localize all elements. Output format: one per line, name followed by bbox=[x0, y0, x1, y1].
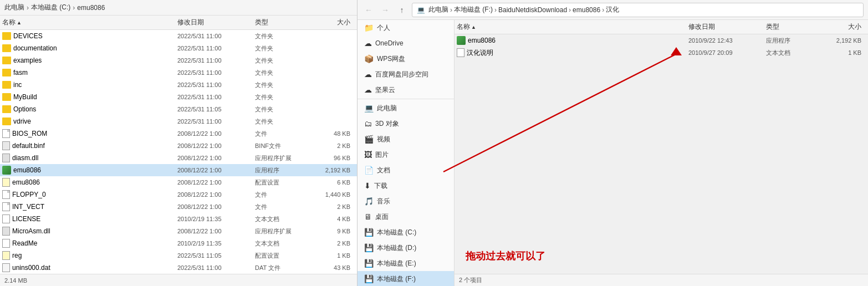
left-file-row[interactable]: fasm 2022/5/31 11:00 文件夹 bbox=[0, 67, 357, 79]
sidebar-item-desktop[interactable]: 🖥 桌面 bbox=[358, 209, 454, 224]
file-name-label: MyBuild bbox=[13, 93, 37, 101]
sidebar-item-video[interactable]: 🎬 视频 bbox=[358, 131, 454, 147]
file-size-cell: 6 KB bbox=[310, 179, 355, 186]
left-breadcrumb-part2[interactable]: 本地磁盘 (C:) bbox=[31, 3, 70, 12]
left-file-row[interactable]: examples 2022/5/31 11:00 文件夹 bbox=[0, 54, 357, 67]
txt-icon bbox=[457, 48, 464, 57]
desktop-icon: 🖥 bbox=[364, 212, 372, 221]
right-col-date-header[interactable]: 修改日期 bbox=[688, 22, 766, 32]
sidebar-item-3d[interactable]: 🗂 3D 对象 bbox=[358, 116, 454, 131]
left-col-name-header[interactable]: 名称 ▲ bbox=[2, 18, 177, 27]
left-file-row[interactable]: emu8086 2008/12/22 1:00 配置设置 6 KB bbox=[0, 176, 357, 188]
folder-icon bbox=[2, 44, 11, 52]
left-file-row[interactable]: unins000.dat 2022/5/31 11:00 DAT 文件 43 K… bbox=[0, 262, 357, 274]
sidebar-item-music[interactable]: 🎵 音乐 bbox=[358, 193, 454, 209]
sidebar-item-onedrive[interactable]: ☁ OneDrive bbox=[358, 35, 454, 51]
disk-active-icon: 💾 bbox=[364, 274, 374, 283]
left-file-row[interactable]: INT_VECT 2008/12/22 1:00 文件 2 KB bbox=[0, 201, 357, 213]
file-type-cell: 文件夹 bbox=[255, 105, 310, 114]
left-file-row[interactable]: diasm.dll 2008/12/22 1:00 应用程序扩展 96 KB bbox=[0, 152, 357, 164]
dll-icon bbox=[2, 227, 10, 236]
left-file-row[interactable]: emu8086 2008/12/22 1:00 应用程序 2,192 KB bbox=[0, 164, 357, 176]
left-table-header: 名称 ▲ 修改日期 类型 大小 bbox=[0, 16, 357, 30]
file-name-cell: BIOS_ROM bbox=[2, 129, 177, 138]
sidebar-item-jiguo[interactable]: ☁ 坚果云 bbox=[358, 82, 454, 98]
right-breadcrumb[interactable]: 💻 此电脑 › 本地磁盘 (F:) › BaiduNetdiskDownload… bbox=[412, 3, 864, 17]
file-icon bbox=[2, 190, 10, 199]
folder-icon bbox=[2, 93, 11, 101]
sidebar-item-pic[interactable]: 🖼 图片 bbox=[358, 147, 454, 162]
left-file-row[interactable]: inc 2022/5/31 11:00 文件夹 bbox=[0, 79, 357, 91]
sidebar-item-thispc[interactable]: 💻 此电脑 bbox=[358, 100, 454, 116]
right-toolbar: ← → ↑ 💻 此电脑 › 本地磁盘 (F:) › BaiduNetdiskDo… bbox=[358, 0, 868, 20]
right-file-row[interactable]: emu8086 2010/9/22 12:43 应用程序 2,192 KB bbox=[455, 34, 868, 47]
left-file-row[interactable]: ReadMe 2010/2/19 11:35 文本文档 2 KB bbox=[0, 237, 357, 249]
right-col-name-header[interactable]: 名称 ▲ bbox=[457, 22, 688, 32]
sidebar-item-disk[interactable]: 💾 本地磁盘 (E:) bbox=[358, 256, 454, 271]
file-date-cell: 2022/5/31 11:00 bbox=[177, 69, 255, 76]
file-date-cell: 2008/12/22 1:00 bbox=[177, 191, 255, 198]
file-name-cell: MicroAsm.dll bbox=[2, 227, 177, 236]
sidebar-item-wps[interactable]: 📦 WPS网盘 bbox=[358, 51, 454, 67]
file-date-cell: 2010/2/19 11:35 bbox=[177, 240, 255, 247]
file-name-cell: fasm bbox=[2, 69, 177, 76]
left-file-row[interactable]: LICENSE 2010/2/19 11:35 文本文档 4 KB bbox=[0, 213, 357, 225]
left-file-row[interactable]: vdrive 2022/5/31 11:00 文件夹 bbox=[0, 115, 357, 127]
folder-icon bbox=[2, 57, 11, 64]
left-file-row[interactable]: Options 2022/5/31 11:05 文件夹 bbox=[0, 103, 357, 115]
right-bc-part2[interactable]: 本地磁盘 (F:) bbox=[454, 5, 493, 14]
sidebar-item-disk[interactable]: 💾 本地磁盘 (C:) bbox=[358, 224, 454, 240]
file-name-label: emu8086 bbox=[13, 166, 41, 174]
left-file-row[interactable]: documentation 2022/5/31 11:00 文件夹 bbox=[0, 42, 357, 54]
left-file-row[interactable]: default.binf 2008/12/22 1:00 BINF文件 2 KB bbox=[0, 140, 357, 152]
right-col-type-header[interactable]: 类型 bbox=[766, 22, 821, 32]
music-icon: 🎵 bbox=[364, 197, 374, 206]
sidebar-item-label: 下载 bbox=[374, 181, 447, 191]
sidebar-item-disk[interactable]: 💾 本地磁盘 (D:) bbox=[358, 240, 454, 256]
sidebar-item-label: 3D 对象 bbox=[375, 119, 447, 129]
cfg-icon bbox=[2, 251, 10, 260]
left-file-row[interactable]: BIOS_ROM 2008/12/22 1:00 文件 48 KB bbox=[0, 127, 357, 140]
right-bc-part4[interactable]: emu8086 bbox=[573, 6, 600, 14]
left-file-row[interactable]: reg 2022/5/31 11:05 配置设置 1 KB bbox=[0, 249, 357, 262]
file-date-cell: 2022/5/31 11:00 bbox=[177, 81, 255, 88]
file-name-cell: vdrive bbox=[2, 118, 177, 125]
file-name-cell: LICENSE bbox=[2, 214, 177, 223]
right-table-header: 名称 ▲ 修改日期 类型 大小 bbox=[455, 20, 868, 34]
sidebar-item-label: 视频 bbox=[377, 135, 447, 144]
file-type-cell: 应用程序扩展 bbox=[255, 154, 310, 162]
forward-button[interactable]: → bbox=[379, 3, 392, 17]
sidebar-item-doc[interactable]: 📄 文档 bbox=[358, 162, 454, 178]
sidebar-item-baidu[interactable]: ☁ 百度网盘同步空间 bbox=[358, 67, 454, 82]
file-size-cell: 2 KB bbox=[310, 240, 355, 247]
left-file-row[interactable]: DEVICES 2022/5/31 11:00 文件夹 bbox=[0, 30, 357, 42]
back-button[interactable]: ← bbox=[362, 3, 375, 17]
onedrive-icon: ☁ bbox=[364, 39, 372, 48]
file-type-cell: 文件 bbox=[255, 203, 310, 211]
left-col-type-header[interactable]: 类型 bbox=[255, 18, 310, 27]
file-name-cell: diasm.dll bbox=[2, 154, 177, 162]
disk-icon: 💾 bbox=[364, 259, 374, 268]
left-breadcrumb-part3[interactable]: emu8086 bbox=[77, 4, 105, 12]
sidebar-item-download[interactable]: ⬇ 下载 bbox=[358, 178, 454, 193]
left-breadcrumb-part1[interactable]: 此电脑 bbox=[4, 3, 24, 12]
right-col-size-header[interactable]: 大小 bbox=[821, 22, 866, 32]
right-bc-part1[interactable]: 此电脑 bbox=[428, 5, 448, 14]
left-col-date-header[interactable]: 修改日期 bbox=[177, 18, 255, 27]
sidebar-item-disk-active[interactable]: 💾 本地磁盘 (F:) bbox=[358, 271, 454, 286]
right-bc-part5[interactable]: 汉化 bbox=[606, 5, 619, 14]
left-file-row[interactable]: MicroAsm.dll 2008/12/22 1:00 应用程序扩展 9 KB bbox=[0, 225, 357, 237]
right-file-row[interactable]: 汉化说明 2010/9/27 20:09 文本文档 1 KB bbox=[455, 47, 868, 59]
annotation-text: 拖动过去就可以了 bbox=[466, 249, 857, 263]
left-col-size-header[interactable]: 大小 bbox=[310, 18, 355, 27]
right-file-list: emu8086 2010/9/22 12:43 应用程序 2,192 KB 汉化… bbox=[455, 34, 868, 222]
right-content: 📁 个人 ☁ OneDrive 📦 WPS网盘 ☁ 百度网盘同步空间 ☁ 坚果云… bbox=[358, 20, 868, 286]
video-icon: 🎬 bbox=[364, 135, 374, 144]
right-bc-part3[interactable]: BaiduNetdiskDownload bbox=[498, 6, 567, 14]
file-type-cell: 文本文档 bbox=[766, 49, 821, 57]
left-file-row[interactable]: MyBuild 2022/5/31 11:00 文件夹 bbox=[0, 91, 357, 103]
file-name-cell: MyBuild bbox=[2, 93, 177, 101]
up-button[interactable]: ↑ bbox=[395, 3, 409, 17]
left-file-row[interactable]: FLOPPY_0 2008/12/22 1:00 文件 1,440 KB bbox=[0, 188, 357, 201]
sidebar-item-folder-personal[interactable]: 📁 个人 bbox=[358, 20, 454, 35]
